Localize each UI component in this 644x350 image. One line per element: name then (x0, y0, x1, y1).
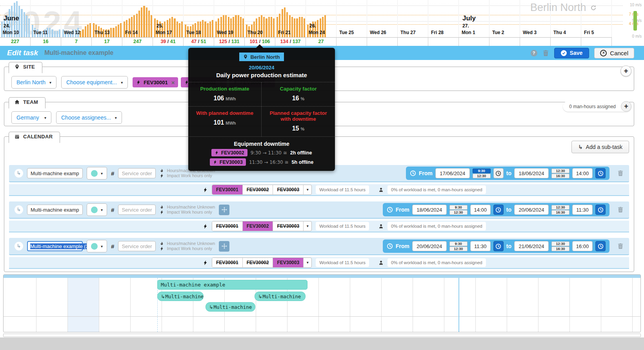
to-time-input[interactable] (572, 205, 593, 215)
to-time-picker-button[interactable] (595, 205, 606, 215)
subtask-name-input[interactable] (27, 205, 83, 215)
gantt-bar-parent[interactable]: Multi-machine example (157, 280, 307, 290)
side-panel-handle[interactable] (633, 11, 637, 31)
refresh-icon[interactable] (590, 2, 597, 14)
time-range-panel: From9:3012:30to12:3016:30 (383, 203, 609, 216)
delete-subtask-icon[interactable] (617, 207, 624, 213)
from-date-input[interactable] (412, 205, 447, 215)
time-preset-button[interactable]: 9:30 (449, 241, 468, 246)
time-preset-stack: 12:3016:30 (551, 241, 569, 251)
subtask-equipment-row: FEV30001FEV30002FEV30003▾Workload of 11.… (9, 221, 629, 232)
service-order-input[interactable] (118, 241, 156, 251)
subtask-name-input[interactable] (27, 168, 83, 178)
cancel-button[interactable]: × Cancel (594, 48, 634, 58)
gantt-bar-sub[interactable]: ↳Multi-machine (206, 302, 255, 312)
horizontal-scrollbar[interactable] (3, 334, 641, 337)
wind-bar (120, 23, 122, 37)
wind-bar (299, 17, 300, 37)
assigned-pill: 0% of workload is met, 0 man-hours assig… (387, 185, 486, 194)
equipment-downtime-list: FEV300029:30 → 11:30 ≅2h offlineFEV30003… (188, 149, 335, 171)
from-time-input[interactable] (470, 205, 491, 215)
move-subtask-button[interactable] (219, 241, 229, 252)
delete-subtask-icon[interactable] (617, 243, 624, 249)
from-time-picker-button[interactable] (493, 168, 504, 178)
time-preset-button[interactable]: 9:30 (473, 169, 491, 173)
remove-tag-icon[interactable]: × (171, 79, 175, 86)
time-preset-button[interactable]: 12:30 (551, 241, 569, 246)
wind-bar (209, 22, 211, 37)
chevron-down-icon[interactable]: ▾ (304, 221, 311, 231)
subtask-color-select[interactable]: ▾ (87, 240, 107, 252)
time-preset-button[interactable]: 16:30 (551, 174, 569, 178)
team-select[interactable]: Germany▾ (11, 111, 51, 124)
equipment-option[interactable]: FEV30002 (243, 185, 273, 194)
to-time-picker-button[interactable] (595, 241, 606, 251)
equipment-option[interactable]: FEV30002 (243, 221, 273, 231)
forecast-day-column: Wed 19125 / 131 (214, 0, 245, 46)
subtask-name-input[interactable]: Multi-machine example (3) (27, 241, 83, 251)
equipment-option[interactable]: FEV30001 (212, 221, 243, 231)
time-preset-button[interactable]: 12:30 (551, 205, 569, 210)
time-preset-button[interactable]: 12:30 (551, 169, 569, 173)
to-time-picker-button[interactable] (595, 168, 606, 178)
subtask-list: ↳▾#Hours/machine UnknownImpact Work hour… (4, 165, 634, 274)
save-button[interactable]: Save (554, 48, 589, 58)
wind-bar (301, 17, 303, 37)
from-date-input[interactable] (412, 241, 447, 251)
to-date-input[interactable] (514, 241, 549, 251)
downtime-duration: 2h offline (290, 150, 312, 156)
time-preset-button[interactable]: 12:30 (449, 210, 468, 215)
time-preset-button[interactable]: 9:30 (449, 205, 468, 210)
help-icon[interactable]: ? (531, 50, 537, 56)
axis-label: 10 m/s (617, 3, 642, 7)
service-order-hash: # (111, 207, 114, 213)
subtask-color-select[interactable]: ▾ (87, 167, 107, 180)
equipment-option[interactable]: FEV30003 (273, 221, 304, 231)
time-preset-button[interactable]: 16:30 (551, 247, 569, 251)
to-date-input[interactable] (514, 168, 549, 178)
cancel-x-icon: × (600, 50, 607, 56)
delete-subtask-icon[interactable] (617, 170, 624, 176)
equipment-segmented-control: FEV30001FEV30002FEV30003▾ (212, 258, 312, 268)
equipment-select[interactable]: Choose equipment...▾ (61, 76, 128, 89)
metric-value: 106 (214, 95, 224, 102)
service-order-input[interactable] (118, 168, 156, 178)
assignees-select[interactable]: Choose assignees...▾ (56, 111, 122, 124)
to-date-input[interactable] (514, 205, 549, 215)
to-time-input[interactable] (572, 241, 593, 251)
time-range-panel: From9:3012:30to12:3016:30 (406, 167, 609, 180)
from-date-input[interactable] (435, 168, 470, 178)
equipment-option[interactable]: FEV30002 (243, 258, 273, 267)
day-production-cell: 227 (0, 37, 31, 46)
move-subtask-button[interactable] (219, 205, 229, 215)
equipment-select-placeholder: Choose equipment... (66, 79, 117, 85)
chevron-down-icon[interactable]: ▾ (304, 258, 311, 267)
downtime-row: FEV3000311:30 → 16:30 ≅5h offline (188, 158, 335, 166)
equipment-option[interactable]: FEV30003 (273, 258, 304, 267)
forecast-site-title: Berlin North (530, 2, 597, 14)
delete-task-icon[interactable] (542, 50, 549, 56)
equipment-segmented-control: FEV30001FEV30002FEV30003▾ (212, 221, 312, 231)
tooltip-site-name: Berlin North (250, 54, 280, 60)
from-time-input[interactable] (470, 241, 491, 251)
chevron-down-icon[interactable]: ▾ (304, 185, 311, 194)
from-time-picker-button[interactable] (493, 205, 504, 215)
to-time-input[interactable] (572, 168, 593, 178)
add-subtask-button[interactable]: ↳ Add a sub-task (571, 141, 629, 153)
gantt-bar-sub[interactable]: ↳Multi-machine (157, 292, 204, 301)
from-time-picker-button[interactable] (493, 241, 504, 251)
gantt-bar-sub[interactable]: ↳Multi-machine (255, 292, 306, 301)
service-order-input[interactable] (118, 205, 156, 215)
equipment-option[interactable]: FEV30001 (212, 185, 243, 194)
add-man-hours-button[interactable]: + (621, 101, 631, 112)
time-preset-button[interactable]: 12:30 (449, 247, 468, 251)
add-site-button[interactable]: + (620, 65, 631, 76)
time-preset-button[interactable]: 12:30 (473, 174, 491, 178)
site-select[interactable]: Berlin North▾ (11, 76, 56, 89)
subtask-color-select[interactable]: ▾ (87, 203, 107, 216)
equipment-option[interactable]: FEV30003 (273, 185, 304, 194)
time-preset-button[interactable]: 16:30 (551, 210, 569, 215)
equipment-tag[interactable]: FEV30001× (133, 77, 178, 87)
equipment-option[interactable]: FEV30001 (212, 258, 243, 267)
time-preset-stack: 9:3012:30 (449, 241, 468, 251)
